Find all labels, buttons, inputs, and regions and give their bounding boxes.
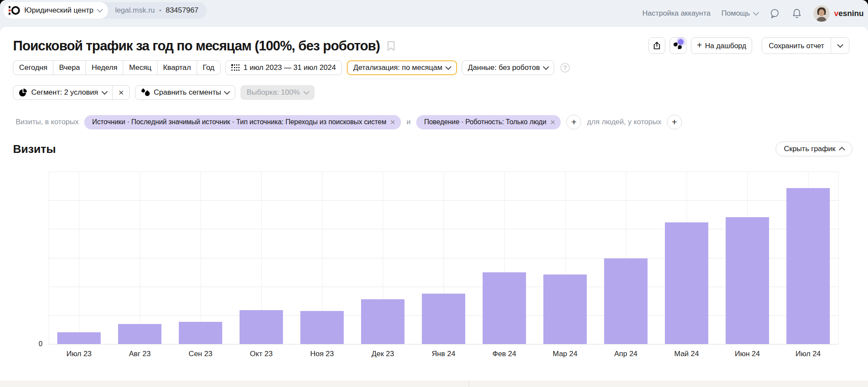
x-tick-label: Мар 24 [535,350,595,358]
for-people-label: для людей, у которых [587,118,661,126]
visits-in-which-label: Визиты, в которых [16,118,79,126]
page: Юридический центр legal.msk.ru • 8345796… [0,0,868,387]
avatar [813,5,830,22]
quick-range-3[interactable]: Неделя [86,61,123,75]
bar-авг-23[interactable] [118,324,161,344]
bar-янв-24[interactable] [422,294,465,344]
metrika-logo-icon [9,5,20,16]
compare-segments-dropdown[interactable]: Сравнить сегменты [135,85,235,100]
quick-range-1[interactable]: Сегодня [13,61,53,75]
add-visit-condition-button[interactable]: + [566,115,581,129]
x-tick-label: Май 24 [656,350,717,358]
ai-assistant-button[interactable] [670,37,687,54]
close-icon[interactable]: × [550,118,556,126]
chevron-up-icon [839,147,845,153]
gridline-vertical [79,172,79,344]
x-tick-label: Сен 23 [170,350,231,358]
quick-range-6[interactable]: Год [197,61,220,75]
report-actions: + На дашборд Сохранить отчет [648,37,849,54]
quick-range-5[interactable]: Квартал [158,61,197,75]
segment-dropdown[interactable]: Сегмент: 2 условия [13,86,113,99]
filter-row-period: СегодняВчераНеделяМесяцКварталГод 1 июл … [13,60,570,75]
visits-bar-chart[interactable]: 0 Июл 23Авг 23Сен 23Окт 23Ноя 23Дек 23Ян… [49,172,838,344]
date-range-button[interactable]: 1 июл 2023 — 31 июл 2024 [225,60,342,75]
x-tick-label: Авг 23 [109,350,170,358]
counter-name: Юридический центр [24,6,93,15]
counter-select[interactable]: Юридический центр [3,2,108,19]
footer-divider [469,380,469,387]
account-settings-link[interactable]: Настройка аккаунта [642,9,710,18]
bookmark-icon[interactable] [386,40,396,52]
bar-фев-24[interactable] [483,272,526,344]
chart-column: Июл 24 [778,172,838,344]
notifications-bell-icon[interactable] [791,8,802,19]
chart-column: Сен 23 [170,172,231,344]
data-mode-dropdown[interactable]: Данные: без роботов [462,60,554,75]
compare-drops-icon [141,88,150,97]
close-icon[interactable]: × [390,118,395,126]
x-tick-label: Дек 23 [352,350,413,358]
counter-meta: legal.msk.ru • 83457967 [108,6,207,15]
chart-column: Дек 23 [352,172,413,344]
counter-domain: legal.msk.ru [115,6,155,15]
main-panel: Поисковой трафик за год по месяцам (100%… [0,27,868,380]
chart-column: Июл 23 [49,172,109,344]
bar-июн-24[interactable] [726,217,769,344]
sampling-dropdown[interactable]: Выборка: 100% [240,85,314,100]
segment-group: Сегмент: 2 условия × [13,85,130,100]
segment-chip[interactable]: Источники · Последний значимый источник … [84,115,401,129]
counter-id: 83457967 [166,6,199,15]
y-axis-zero-label: 0 [29,340,43,348]
chevron-down-icon [97,7,103,13]
chart-column: Мар 24 [535,172,595,344]
date-range-label: 1 июл 2023 — 31 июл 2024 [243,63,336,72]
chat-icon[interactable] [769,8,780,19]
bar-сен-23[interactable] [179,322,222,344]
chart-column: Ноя 23 [292,172,352,344]
quick-range-2[interactable]: Вчера [53,61,86,75]
add-to-dashboard-button[interactable]: + На дашборд [691,37,752,54]
x-tick-label: Янв 24 [413,350,474,358]
add-people-condition-button[interactable]: + [667,115,682,129]
bar-май-24[interactable] [665,222,708,344]
export-button[interactable] [648,37,665,54]
segment-clear-button[interactable]: × [113,86,129,99]
ai-icon [674,41,682,50]
help-menu[interactable]: Помощь [721,9,758,18]
bar-окт-23[interactable] [240,310,283,344]
save-report-label: Сохранить отчет [769,42,824,50]
bar-июл-24[interactable] [786,188,830,344]
chevron-down-icon [445,64,451,70]
help-question-icon[interactable]: ? [560,63,570,73]
user-menu[interactable]: vesninu [813,5,864,22]
chevron-down-icon [224,89,230,95]
bottom-scroll-strip[interactable] [0,380,868,387]
quick-range-4[interactable]: Месяц [123,61,157,75]
username: vesninu [834,9,864,18]
close-icon: × [118,87,124,98]
dot-separator: • [159,7,161,14]
save-report-menu-button[interactable] [831,37,849,54]
bar-апр-24[interactable] [604,258,648,344]
calendar-grid-icon [231,64,240,72]
save-report-button[interactable]: Сохранить отчет [762,37,831,54]
chevron-down-icon [837,42,843,48]
page-title: Поисковой трафик за год по месяцам (100%… [13,38,380,54]
segment-label: Сегмент: 2 условия [31,88,98,97]
chart-column: Апр 24 [595,172,656,344]
segment-chip-label: Поведение · Роботность: Только люди [424,118,546,126]
segment-chip[interactable]: Поведение · Роботность: Только люди × [416,115,561,129]
x-tick-label: Ноя 23 [292,350,352,358]
top-bar-right: Настройка аккаунта Помощь vesninu [642,0,864,27]
data-mode-label: Данные: без роботов [468,63,540,72]
detalization-dropdown[interactable]: Детализация: по месяцам [347,60,457,75]
bar-мар-24[interactable] [543,275,587,344]
bar-июл-23[interactable] [57,332,101,344]
bar-ноя-23[interactable] [300,311,344,344]
bar-дек-23[interactable] [361,299,404,344]
hide-chart-button[interactable]: Скрыть график [776,142,852,156]
chevron-down-icon [102,89,108,95]
x-tick-label: Июл 23 [49,350,109,358]
detalization-label: Детализация: по месяцам [353,63,442,72]
help-label: Помощь [721,9,750,18]
